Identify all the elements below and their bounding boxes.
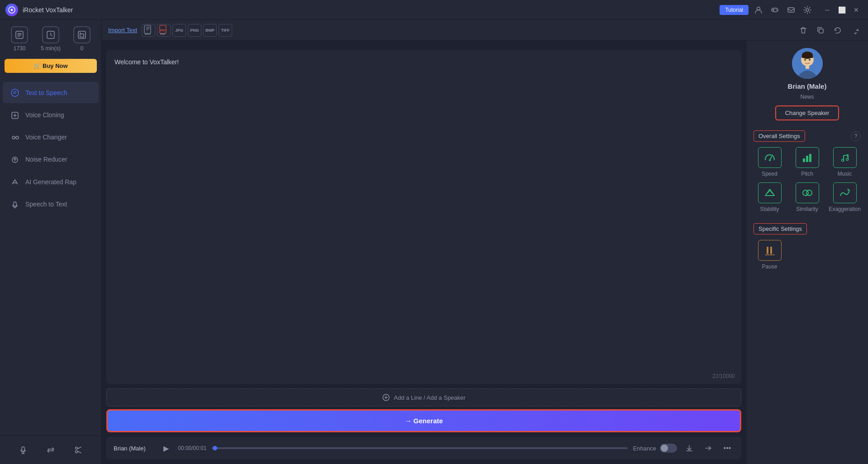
- time-icon: [42, 26, 59, 43]
- svg-rect-33: [809, 154, 811, 162]
- pitch-icon-box: [796, 147, 819, 168]
- speaker-category: News: [800, 94, 814, 100]
- svg-text:PDF: PDF: [160, 33, 166, 35]
- sidebar-item-voice-cloning[interactable]: Voice Cloning: [3, 104, 99, 125]
- specific-settings-grid: Pause: [754, 240, 861, 270]
- svg-point-10: [11, 89, 19, 96]
- title-bar-right: Tutorial: [720, 4, 863, 16]
- buy-now-button[interactable]: 🛒 Buy Now: [5, 59, 97, 73]
- svg-rect-27: [806, 65, 809, 69]
- stability-setting[interactable]: Stability: [754, 182, 786, 212]
- delete-button[interactable]: [796, 24, 810, 37]
- similarity-setting[interactable]: Similarity: [791, 182, 823, 212]
- stat-files: 0: [73, 26, 91, 52]
- undo-button[interactable]: [831, 24, 844, 37]
- text-to-speech-icon: [10, 88, 20, 97]
- copy-button[interactable]: [814, 24, 827, 37]
- svg-point-28: [804, 59, 806, 61]
- pdf-format[interactable]: PDF PDF: [157, 24, 171, 37]
- svg-rect-40: [770, 247, 772, 254]
- music-label: Music: [838, 171, 852, 177]
- music-setting[interactable]: Music: [829, 147, 861, 177]
- repeat-icon[interactable]: [43, 442, 58, 458]
- png-format[interactable]: PNG: [188, 24, 201, 37]
- pause-setting[interactable]: Pause: [754, 240, 786, 270]
- change-speaker-button[interactable]: Change Speaker: [775, 105, 839, 120]
- stat-chars: 1730: [11, 26, 28, 52]
- noise-reducer-icon: [10, 155, 20, 164]
- voice-cloning-label: Voice Cloning: [25, 111, 64, 119]
- sidebar-item-ai-generated-rap[interactable]: AI Generated Rap: [3, 171, 99, 192]
- enhance-label: Enhance: [633, 445, 656, 452]
- user-icon[interactable]: [752, 4, 765, 16]
- tiff-format[interactable]: TIFF: [219, 24, 232, 37]
- avatar: [792, 48, 823, 79]
- play-button[interactable]: ▶: [160, 442, 172, 454]
- sidebar-item-noise-reducer[interactable]: Noise Reducer: [3, 149, 99, 170]
- settings-icon[interactable]: [801, 4, 814, 16]
- svg-text:DOC: DOC: [145, 33, 151, 35]
- close-button[interactable]: ✕: [850, 4, 863, 16]
- exaggeration-label: Exaggeration: [829, 206, 861, 212]
- svg-point-38: [806, 190, 812, 196]
- svg-rect-5: [788, 8, 794, 12]
- svg-point-12: [12, 136, 15, 139]
- generate-button[interactable]: → Generate: [106, 409, 741, 432]
- progress-bar[interactable]: [212, 447, 627, 449]
- redo-button[interactable]: [848, 24, 862, 37]
- speed-setting[interactable]: Speed: [754, 147, 786, 177]
- svg-point-6: [806, 9, 809, 11]
- mail-icon[interactable]: [785, 4, 797, 16]
- doc-format[interactable]: DOC: [142, 24, 155, 37]
- audio-download-button[interactable]: [682, 441, 696, 455]
- audio-more-button[interactable]: •••: [720, 441, 734, 455]
- microphone-icon[interactable]: [15, 442, 31, 458]
- audio-share-button[interactable]: [701, 441, 715, 455]
- overall-settings-grid: Speed Pitch: [754, 147, 861, 212]
- sidebar-item-text-to-speech[interactable]: Text to Speech: [3, 82, 99, 103]
- main-layout: 1730 5 min(s) 0: [0, 20, 868, 464]
- overall-settings-title: Overall Settings: [754, 130, 805, 142]
- generate-label: → Generate: [405, 417, 443, 425]
- file-format-icons: DOC PDF PDF JPG PNG BMP TIFF: [142, 24, 232, 37]
- speed-label: Speed: [762, 171, 777, 177]
- audio-speaker-name: Brian (Male): [114, 445, 154, 452]
- pitch-label: Pitch: [801, 171, 813, 177]
- editor-text: Welcome to VoxTalker!: [114, 58, 179, 66]
- pitch-setting[interactable]: Pitch: [791, 147, 823, 177]
- audio-player: Brian (Male) ▶ 00:00/00:01 Enhance: [106, 437, 741, 459]
- editor-content[interactable]: Welcome to VoxTalker!: [106, 50, 741, 384]
- jpg-format[interactable]: JPG: [172, 24, 186, 37]
- app-logo: [5, 4, 18, 16]
- settings-header: Overall Settings ?: [754, 130, 861, 142]
- game-controller-icon[interactable]: [768, 4, 781, 16]
- chars-value: 1730: [14, 45, 26, 52]
- svg-point-13: [16, 136, 19, 139]
- enhance-toggle[interactable]: [660, 444, 677, 453]
- pause-label: Pause: [762, 263, 777, 270]
- maximize-button[interactable]: ⬜: [835, 4, 848, 16]
- scissors-icon[interactable]: [71, 442, 86, 458]
- add-line-button[interactable]: Add a Line / Add a Speaker: [106, 388, 741, 407]
- exaggeration-setting[interactable]: Exaggeration: [829, 182, 861, 212]
- sidebar: 1730 5 min(s) 0: [0, 20, 102, 464]
- speech-to-text-icon: [10, 199, 20, 209]
- sidebar-item-voice-changer[interactable]: Voice Changer: [3, 127, 99, 148]
- chars-icon: [11, 26, 28, 43]
- title-bar-left: iRocket VoxTalker: [5, 4, 73, 16]
- similarity-label: Similarity: [796, 206, 818, 212]
- sidebar-item-speech-to-text[interactable]: Speech to Text: [3, 193, 99, 215]
- noise-reducer-label: Noise Reducer: [25, 156, 67, 163]
- speaker-profile: Brian (Male) News Change Speaker: [754, 48, 861, 120]
- svg-point-35: [846, 158, 848, 161]
- toolbar: Import Text DOC PDF PDF JPG: [102, 20, 868, 41]
- import-text-button[interactable]: Import Text: [108, 27, 137, 33]
- overall-settings-section: Overall Settings ?: [754, 130, 861, 220]
- help-icon[interactable]: ?: [851, 131, 861, 141]
- music-icon-box: [833, 147, 857, 168]
- enhance-section: Enhance: [633, 444, 677, 453]
- stat-time: 5 min(s): [41, 26, 60, 52]
- minimize-button[interactable]: ─: [821, 4, 834, 16]
- tutorial-button[interactable]: Tutorial: [720, 5, 749, 15]
- bmp-format[interactable]: BMP: [203, 24, 217, 37]
